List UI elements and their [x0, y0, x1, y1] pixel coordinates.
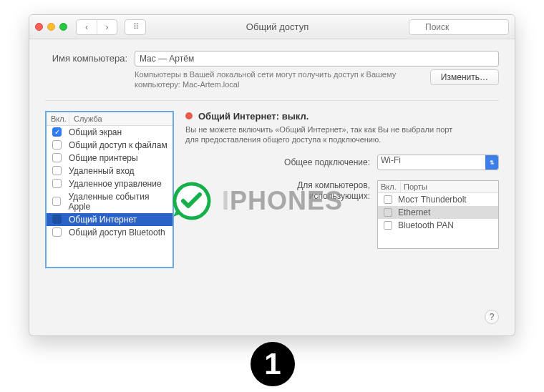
status-line: Общий Интернет: выкл.: [185, 111, 499, 122]
service-label: Общий экран: [69, 127, 122, 137]
computer-name-desc-row: Компьютеры в Вашей локальной сети могут …: [135, 69, 499, 90]
ports-header-on: Вкл.: [378, 181, 401, 192]
status-title: Общий Интернет: выкл.: [198, 111, 309, 122]
service-label: Общий Интернет: [69, 215, 137, 225]
share-from-select[interactable]: Wi-Fi ⇅: [377, 155, 499, 170]
service-label: Общий доступ Bluetooth: [69, 227, 165, 237]
service-row[interactable]: Общий доступ к файлам: [47, 139, 173, 152]
forward-button[interactable]: ›: [97, 20, 117, 34]
service-row[interactable]: Удаленное управление: [47, 177, 173, 190]
status-dot-icon: [185, 112, 193, 119]
computer-name-input[interactable]: [135, 51, 499, 67]
service-row[interactable]: Общие принтеры: [47, 152, 173, 165]
service-row[interactable]: Удаленные события Apple: [47, 190, 173, 213]
port-label: Мост Thunderbolt: [398, 195, 467, 205]
service-checkbox[interactable]: [52, 227, 62, 237]
port-row[interactable]: Мост Thunderbolt: [378, 193, 498, 206]
ports-label-1: Для компьютеров,: [297, 180, 370, 190]
ports-label-2: использующих:: [309, 191, 370, 201]
ports-header: Вкл. Порты: [378, 181, 498, 193]
service-checkbox[interactable]: [52, 153, 62, 162]
window-title: Общий доступ: [150, 21, 404, 32]
service-label: Удаленное управление: [69, 179, 162, 189]
main-split: Вкл. Служба ✓Общий экранОбщий доступ к ф…: [45, 111, 499, 268]
help-button[interactable]: ?: [485, 310, 499, 324]
services-header-on: Вкл.: [47, 112, 69, 125]
back-button[interactable]: ‹: [77, 20, 97, 34]
status-note: Вы не можете включить «Общий Интернет», …: [185, 124, 457, 145]
port-label: Bluetooth PAN: [398, 220, 454, 230]
ports-list[interactable]: Вкл. Порты Мост ThunderboltEthernetBluet…: [377, 180, 499, 249]
service-row[interactable]: Удаленный вход: [47, 165, 173, 177]
service-checkbox[interactable]: [52, 215, 62, 224]
grid-icon: ⠿: [133, 22, 137, 31]
service-row[interactable]: Общий Интернет: [47, 213, 173, 226]
show-all-button[interactable]: ⠿: [125, 19, 146, 35]
service-checkbox[interactable]: [52, 179, 62, 188]
share-from-row: Общее подключение: Wi-Fi ⇅: [185, 155, 499, 170]
edit-button[interactable]: Изменить…: [430, 69, 499, 85]
service-checkbox[interactable]: [52, 140, 62, 150]
search-input[interactable]: [409, 19, 509, 35]
computer-name-desc: Компьютеры в Вашей локальной сети могут …: [135, 69, 423, 90]
share-from-value: Wi-Fi: [381, 155, 401, 165]
service-label: Общий доступ к файлам: [69, 140, 167, 150]
computer-name-label: Имя компьютера:: [45, 51, 127, 64]
service-checkbox[interactable]: [52, 197, 61, 206]
service-label: Удаленные события Apple: [68, 192, 168, 212]
services-list[interactable]: Вкл. Служба ✓Общий экранОбщий доступ к ф…: [45, 111, 174, 268]
port-checkbox[interactable]: [384, 221, 392, 230]
port-row[interactable]: Bluetooth PAN: [378, 219, 498, 232]
minimize-icon[interactable]: [47, 23, 55, 31]
services-header: Вкл. Служба: [47, 112, 173, 126]
nav-back-forward: ‹ ›: [76, 19, 117, 35]
search-wrap: 🔍: [409, 19, 509, 35]
content: Имя компьютера: Компьютеры в Вашей локал…: [29, 39, 515, 280]
ports-label: Для компьютеров, использующих:: [297, 180, 370, 201]
ports-row: Для компьютеров, использующих: Вкл. Порт…: [185, 180, 499, 249]
preferences-window: ‹ › ⠿ Общий доступ 🔍 Имя компьютера: Ком…: [29, 14, 515, 336]
step-badge: 1: [251, 342, 295, 386]
step-number: 1: [264, 347, 281, 381]
services-header-name: Служба: [69, 112, 173, 125]
port-label: Ethernet: [398, 207, 430, 217]
port-row[interactable]: Ethernet: [378, 206, 498, 219]
close-icon[interactable]: [35, 23, 43, 31]
port-checkbox[interactable]: [384, 208, 392, 217]
service-label: Удаленный вход: [69, 166, 135, 176]
ports-header-name: Порты: [401, 181, 498, 192]
computer-name-row: Имя компьютера:: [45, 51, 499, 67]
annotation-check-icon: [172, 181, 212, 221]
window-controls: [35, 23, 67, 31]
service-label: Общие принтеры: [69, 153, 138, 163]
service-checkbox[interactable]: [52, 166, 62, 175]
service-row[interactable]: ✓Общий экран: [47, 126, 173, 139]
service-checkbox[interactable]: ✓: [52, 127, 62, 137]
service-row[interactable]: Общий доступ Bluetooth: [47, 226, 173, 239]
share-from-label: Общее подключение:: [284, 157, 370, 167]
chevron-updown-icon: ⇅: [485, 155, 498, 170]
divider: [45, 100, 499, 101]
zoom-icon[interactable]: [59, 23, 67, 31]
port-checkbox[interactable]: [384, 195, 392, 204]
detail-pane: Общий Интернет: выкл. Вы не можете включ…: [185, 111, 499, 268]
titlebar: ‹ › ⠿ Общий доступ 🔍: [29, 15, 515, 39]
